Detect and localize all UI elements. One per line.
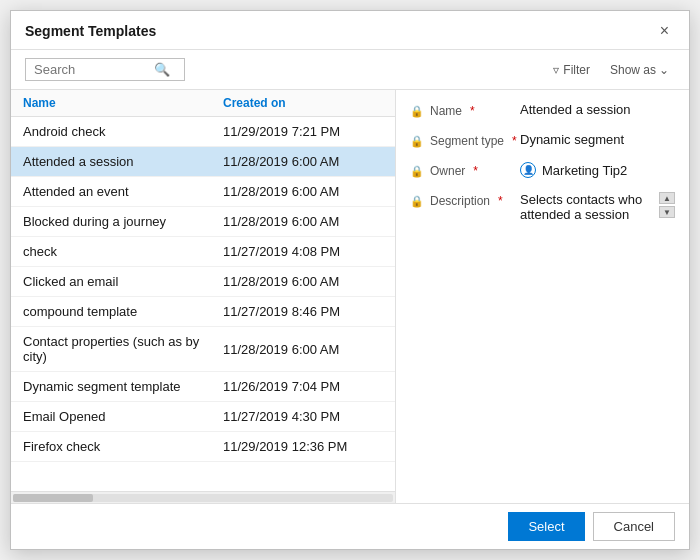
row-name: Attended an event: [23, 184, 223, 199]
lock-icon-4: 🔒: [410, 195, 424, 208]
name-label: 🔒 Name *: [410, 102, 520, 118]
description-label: 🔒 Description *: [410, 192, 520, 208]
list-row[interactable]: compound template11/27/2019 8:46 PM: [11, 297, 395, 327]
dialog: Segment Templates × 🔍 ▿ Filter Show as ⌄…: [10, 10, 690, 550]
list-row[interactable]: Clicked an email11/28/2019 6:00 AM: [11, 267, 395, 297]
row-date: 11/28/2019 6:00 AM: [223, 214, 339, 229]
owner-label: 🔒 Owner *: [410, 162, 520, 178]
filter-icon: ▿: [553, 63, 559, 77]
list-row[interactable]: Attended a session11/28/2019 6:00 AM: [11, 147, 395, 177]
detail-row-name: 🔒 Name * Attended a session: [410, 102, 675, 118]
scroll-down-btn[interactable]: ▼: [659, 206, 675, 218]
description-label-text: Description: [430, 194, 490, 208]
detail-row-segment-type: 🔒 Segment type * Dynamic segment: [410, 132, 675, 148]
description-value: Selects contacts who attended a session: [520, 192, 655, 222]
list-header: Name Created on: [11, 90, 395, 117]
row-date: 11/26/2019 7:04 PM: [223, 379, 340, 394]
row-date: 11/27/2019 4:30 PM: [223, 409, 340, 424]
lock-icon: 🔒: [410, 105, 424, 118]
row-date: 11/29/2019 7:21 PM: [223, 124, 340, 139]
filter-label: Filter: [563, 63, 590, 77]
dialog-title: Segment Templates: [25, 23, 156, 39]
toolbar: 🔍 ▿ Filter Show as ⌄: [11, 50, 689, 90]
scroll-thumb: [13, 494, 93, 502]
detail-row-description: 🔒 Description * Selects contacts who att…: [410, 192, 675, 222]
list-row[interactable]: Contact properties (such as by city)11/2…: [11, 327, 395, 372]
content-area: Name Created on Android check11/29/2019 …: [11, 90, 689, 503]
required-star-3: *: [473, 164, 478, 178]
row-date: 11/28/2019 6:00 AM: [223, 342, 339, 357]
detail-row-owner: 🔒 Owner * 👤 Marketing Tip2: [410, 162, 675, 178]
show-as-button[interactable]: Show as ⌄: [604, 60, 675, 80]
row-name: check: [23, 244, 223, 259]
list-row[interactable]: Dynamic segment template11/26/2019 7:04 …: [11, 372, 395, 402]
row-date: 11/28/2019 6:00 AM: [223, 274, 339, 289]
list-row[interactable]: Attended an event11/28/2019 6:00 AM: [11, 177, 395, 207]
lock-icon-3: 🔒: [410, 165, 424, 178]
owner-value: 👤 Marketing Tip2: [520, 162, 675, 178]
row-name: Clicked an email: [23, 274, 223, 289]
scroll-up-btn[interactable]: ▲: [659, 192, 675, 204]
segment-type-value: Dynamic segment: [520, 132, 675, 147]
detail-panel: 🔒 Name * Attended a session 🔒 Segment ty…: [396, 90, 689, 503]
name-label-text: Name: [430, 104, 462, 118]
row-date: 11/28/2019 6:00 AM: [223, 184, 339, 199]
segment-type-label-text: Segment type: [430, 134, 504, 148]
person-icon: 👤: [520, 162, 536, 178]
cancel-button[interactable]: Cancel: [593, 512, 675, 541]
description-scrollbar[interactable]: ▲ ▼: [659, 192, 675, 218]
list-row[interactable]: Blocked during a journey11/28/2019 6:00 …: [11, 207, 395, 237]
chevron-down-icon: ⌄: [659, 63, 669, 77]
row-name: Contact properties (such as by city): [23, 334, 223, 364]
row-name: Dynamic segment template: [23, 379, 223, 394]
list-body: Android check11/29/2019 7:21 PMAttended …: [11, 117, 395, 491]
row-date: 11/28/2019 6:00 AM: [223, 154, 339, 169]
required-star-4: *: [498, 194, 503, 208]
lock-icon-2: 🔒: [410, 135, 424, 148]
row-name: Android check: [23, 124, 223, 139]
row-name: Blocked during a journey: [23, 214, 223, 229]
close-button[interactable]: ×: [654, 21, 675, 41]
row-name: Firefox check: [23, 439, 223, 454]
list-row[interactable]: check11/27/2019 4:08 PM: [11, 237, 395, 267]
show-as-label: Show as: [610, 63, 656, 77]
dialog-footer: Select Cancel: [11, 503, 689, 549]
owner-label-text: Owner: [430, 164, 465, 178]
row-name: Email Opened: [23, 409, 223, 424]
required-star: *: [470, 104, 475, 118]
row-date: 11/29/2019 12:36 PM: [223, 439, 347, 454]
row-date: 11/27/2019 8:46 PM: [223, 304, 340, 319]
name-value: Attended a session: [520, 102, 675, 117]
row-name: compound template: [23, 304, 223, 319]
row-name: Attended a session: [23, 154, 223, 169]
description-box: Selects contacts who attended a session …: [520, 192, 675, 222]
list-panel: Name Created on Android check11/29/2019 …: [11, 90, 396, 503]
row-date: 11/27/2019 4:08 PM: [223, 244, 340, 259]
list-row[interactable]: Android check11/29/2019 7:21 PM: [11, 117, 395, 147]
required-star-2: *: [512, 134, 517, 148]
scroll-track: [13, 494, 393, 502]
dialog-header: Segment Templates ×: [11, 11, 689, 50]
search-icon: 🔍: [154, 62, 170, 77]
list-row[interactable]: Firefox check11/29/2019 12:36 PM: [11, 432, 395, 462]
horizontal-scrollbar[interactable]: [11, 491, 395, 503]
list-row[interactable]: Email Opened11/27/2019 4:30 PM: [11, 402, 395, 432]
select-button[interactable]: Select: [508, 512, 584, 541]
search-input[interactable]: [34, 62, 154, 77]
filter-button[interactable]: ▿ Filter: [547, 60, 596, 80]
owner-link[interactable]: Marketing Tip2: [542, 163, 627, 178]
search-box: 🔍: [25, 58, 185, 81]
col-created-header[interactable]: Created on: [223, 96, 286, 110]
col-name-header[interactable]: Name: [23, 96, 223, 110]
segment-type-label: 🔒 Segment type *: [410, 132, 520, 148]
